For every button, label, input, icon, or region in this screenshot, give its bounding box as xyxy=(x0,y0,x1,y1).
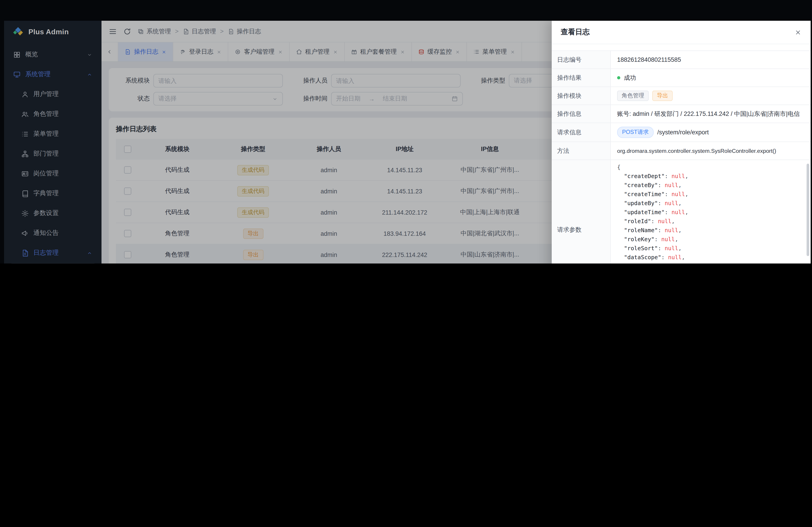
http-method-badge: POST请求 xyxy=(617,127,654,138)
status-dot xyxy=(617,76,620,79)
field-value: POST请求/system/role/export xyxy=(611,123,811,141)
drawer-field-module: 操作模块角色管理导出 xyxy=(552,87,811,105)
field-label: 操作信息 xyxy=(552,105,611,123)
drawer-field-params: 请求参数{ "createDept": null, "createBy": nu… xyxy=(552,160,811,264)
field-value: org.dromara.system.controller.system.Sys… xyxy=(611,142,811,160)
drawer-header: 查看日志 xyxy=(552,21,811,44)
drawer-field-request: 请求信息POST请求/system/role/export xyxy=(552,123,811,142)
field-label: 请求参数 xyxy=(552,160,611,264)
log-detail-table: 日志编号1882612840802115585操作结果成功操作模块角色管理导出操… xyxy=(552,50,811,264)
field-value: 成功 xyxy=(611,69,811,87)
field-label: 方法 xyxy=(552,142,611,160)
drawer-title: 查看日志 xyxy=(561,28,590,37)
module-tag: 角色管理 xyxy=(617,91,649,101)
request-params-json: { "createDept": null, "createBy": null, … xyxy=(611,160,811,264)
drawer-field-result: 操作结果成功 xyxy=(552,69,811,87)
field-value: 角色管理导出 xyxy=(611,87,811,105)
field-label: 操作结果 xyxy=(552,69,611,87)
close-icon[interactable] xyxy=(794,29,802,36)
field-value: 1882612840802115585 xyxy=(611,51,811,69)
app-window: Plus Admin 概览系统管理用户管理角色管理菜单管理部门管理岗位管理字典管… xyxy=(4,21,811,264)
field-label: 操作模块 xyxy=(552,87,611,105)
view-log-drawer: 查看日志 日志编号1882612840802115585操作结果成功操作模块角色… xyxy=(552,21,811,264)
code-scrollbar[interactable] xyxy=(807,164,809,256)
screen: Plus Admin 概览系统管理用户管理角色管理菜单管理部门管理岗位管理字典管… xyxy=(0,0,812,264)
field-value: { "createDept": null, "createBy": null, … xyxy=(611,160,811,264)
request-url: /system/role/export xyxy=(657,129,709,136)
field-value: 账号: admin / 研发部门 / 222.175.114.242 / 中国|… xyxy=(611,105,811,123)
field-label: 请求信息 xyxy=(552,123,611,141)
drawer-field-info: 操作信息账号: admin / 研发部门 / 222.175.114.242 /… xyxy=(552,105,811,123)
drawer-field-log-id: 日志编号1882612840802115585 xyxy=(552,51,811,69)
field-label: 日志编号 xyxy=(552,51,611,69)
drawer-field-method: 方法org.dromara.system.controller.system.S… xyxy=(552,142,811,160)
status-text: 成功 xyxy=(624,74,636,82)
module-tag: 导出 xyxy=(652,91,672,101)
